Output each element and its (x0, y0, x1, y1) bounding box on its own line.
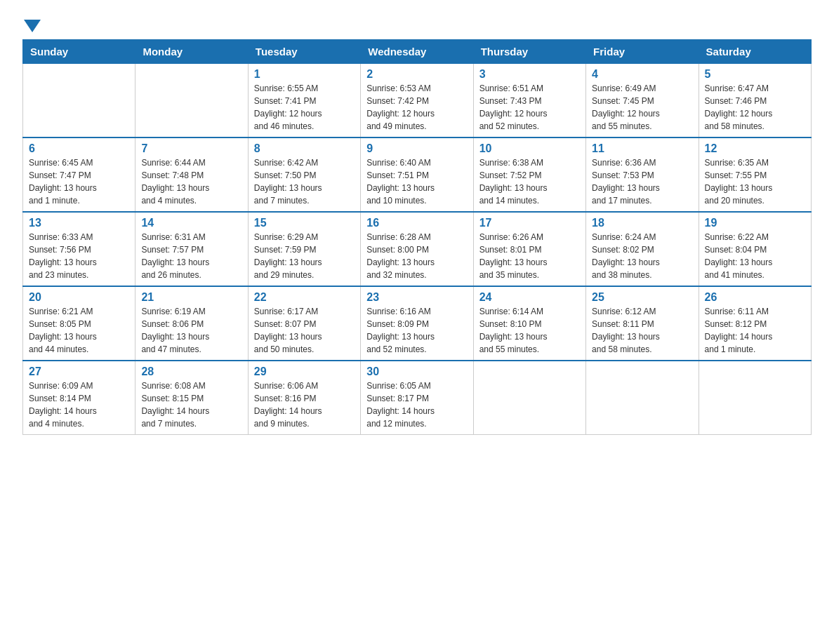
day-info: Sunrise: 6:24 AM Sunset: 8:02 PM Dayligh… (592, 231, 692, 281)
calendar-week-row: 20Sunrise: 6:21 AM Sunset: 8:05 PM Dayli… (23, 286, 812, 361)
day-info: Sunrise: 6:28 AM Sunset: 8:00 PM Dayligh… (366, 231, 467, 281)
day-number: 11 (592, 142, 692, 155)
calendar-cell (135, 64, 248, 138)
calendar-week-row: 27Sunrise: 6:09 AM Sunset: 8:14 PM Dayli… (23, 361, 812, 435)
day-number: 24 (479, 291, 580, 304)
weekday-header-sunday: Sunday (23, 40, 135, 64)
day-number: 4 (592, 68, 692, 81)
calendar-cell: 27Sunrise: 6:09 AM Sunset: 8:14 PM Dayli… (23, 361, 135, 435)
day-number: 17 (479, 217, 580, 229)
calendar-cell: 17Sunrise: 6:26 AM Sunset: 8:01 PM Dayli… (473, 212, 585, 286)
day-number: 1 (254, 68, 355, 81)
calendar-cell: 4Sunrise: 6:49 AM Sunset: 7:45 PM Daylig… (586, 64, 699, 138)
calendar-cell (23, 64, 135, 138)
calendar-cell: 9Sunrise: 6:40 AM Sunset: 7:51 PM Daylig… (361, 137, 473, 212)
calendar-cell: 20Sunrise: 6:21 AM Sunset: 8:05 PM Dayli… (23, 286, 135, 361)
calendar-week-row: 6Sunrise: 6:45 AM Sunset: 7:47 PM Daylig… (23, 137, 812, 212)
day-number: 18 (592, 217, 692, 229)
weekday-header-saturday: Saturday (699, 40, 811, 64)
calendar-week-row: 13Sunrise: 6:33 AM Sunset: 7:56 PM Dayli… (23, 212, 812, 286)
day-info: Sunrise: 6:29 AM Sunset: 7:59 PM Dayligh… (254, 231, 355, 281)
day-info: Sunrise: 6:08 AM Sunset: 8:15 PM Dayligh… (141, 380, 241, 430)
day-info: Sunrise: 6:11 AM Sunset: 8:12 PM Dayligh… (705, 305, 805, 356)
day-number: 3 (479, 68, 580, 81)
day-number: 27 (29, 365, 129, 378)
weekday-header-wednesday: Wednesday (361, 40, 473, 64)
day-number: 23 (366, 291, 467, 304)
day-number: 22 (254, 291, 355, 304)
calendar-cell: 3Sunrise: 6:51 AM Sunset: 7:43 PM Daylig… (473, 64, 585, 138)
day-info: Sunrise: 6:49 AM Sunset: 7:45 PM Dayligh… (592, 82, 692, 133)
page-header (22, 17, 812, 32)
calendar-cell: 16Sunrise: 6:28 AM Sunset: 8:00 PM Dayli… (361, 212, 473, 286)
day-number: 5 (705, 68, 805, 81)
day-info: Sunrise: 6:35 AM Sunset: 7:55 PM Dayligh… (705, 156, 805, 207)
day-info: Sunrise: 6:53 AM Sunset: 7:42 PM Dayligh… (366, 82, 467, 133)
weekday-header-tuesday: Tuesday (248, 40, 360, 64)
weekday-header-row: SundayMondayTuesdayWednesdayThursdayFrid… (23, 40, 812, 64)
calendar-cell: 19Sunrise: 6:22 AM Sunset: 8:04 PM Dayli… (699, 212, 811, 286)
day-info: Sunrise: 6:36 AM Sunset: 7:53 PM Dayligh… (592, 156, 692, 207)
day-info: Sunrise: 6:19 AM Sunset: 8:06 PM Dayligh… (141, 305, 241, 356)
calendar-cell: 15Sunrise: 6:29 AM Sunset: 7:59 PM Dayli… (248, 212, 360, 286)
calendar-cell (699, 361, 811, 435)
day-info: Sunrise: 6:40 AM Sunset: 7:51 PM Dayligh… (366, 156, 467, 207)
day-number: 25 (592, 291, 692, 304)
calendar-cell: 25Sunrise: 6:12 AM Sunset: 8:11 PM Dayli… (586, 286, 699, 361)
calendar-cell: 21Sunrise: 6:19 AM Sunset: 8:06 PM Dayli… (135, 286, 248, 361)
calendar-cell: 13Sunrise: 6:33 AM Sunset: 7:56 PM Dayli… (23, 212, 135, 286)
day-number: 19 (705, 217, 805, 229)
day-info: Sunrise: 6:14 AM Sunset: 8:10 PM Dayligh… (479, 305, 580, 356)
day-info: Sunrise: 6:42 AM Sunset: 7:50 PM Dayligh… (254, 156, 355, 207)
day-info: Sunrise: 6:22 AM Sunset: 8:04 PM Dayligh… (705, 231, 805, 281)
day-info: Sunrise: 6:51 AM Sunset: 7:43 PM Dayligh… (479, 82, 580, 133)
day-number: 6 (29, 142, 129, 155)
day-info: Sunrise: 6:05 AM Sunset: 8:17 PM Dayligh… (366, 380, 467, 430)
calendar-cell (473, 361, 585, 435)
day-info: Sunrise: 6:31 AM Sunset: 7:57 PM Dayligh… (141, 231, 241, 281)
weekday-header-thursday: Thursday (473, 40, 585, 64)
day-info: Sunrise: 6:26 AM Sunset: 8:01 PM Dayligh… (479, 231, 580, 281)
weekday-header-friday: Friday (586, 40, 699, 64)
day-number: 21 (141, 291, 241, 304)
day-info: Sunrise: 6:45 AM Sunset: 7:47 PM Dayligh… (29, 156, 129, 207)
calendar-cell: 7Sunrise: 6:44 AM Sunset: 7:48 PM Daylig… (135, 137, 248, 212)
calendar-week-row: 1Sunrise: 6:55 AM Sunset: 7:41 PM Daylig… (23, 64, 812, 138)
calendar-cell: 1Sunrise: 6:55 AM Sunset: 7:41 PM Daylig… (248, 64, 360, 138)
calendar-cell: 8Sunrise: 6:42 AM Sunset: 7:50 PM Daylig… (248, 137, 360, 212)
day-info: Sunrise: 6:38 AM Sunset: 7:52 PM Dayligh… (479, 156, 580, 207)
day-number: 15 (254, 217, 355, 229)
day-number: 2 (366, 68, 467, 81)
calendar-cell: 12Sunrise: 6:35 AM Sunset: 7:55 PM Dayli… (699, 137, 811, 212)
logo (22, 17, 41, 32)
day-info: Sunrise: 6:06 AM Sunset: 8:16 PM Dayligh… (254, 380, 355, 430)
calendar-cell (586, 361, 699, 435)
day-number: 14 (141, 217, 241, 229)
weekday-header-monday: Monday (135, 40, 248, 64)
day-info: Sunrise: 6:33 AM Sunset: 7:56 PM Dayligh… (29, 231, 129, 281)
calendar-cell: 29Sunrise: 6:06 AM Sunset: 8:16 PM Dayli… (248, 361, 360, 435)
day-info: Sunrise: 6:17 AM Sunset: 8:07 PM Dayligh… (254, 305, 355, 356)
calendar-cell: 2Sunrise: 6:53 AM Sunset: 7:42 PM Daylig… (361, 64, 473, 138)
calendar-cell: 18Sunrise: 6:24 AM Sunset: 8:02 PM Dayli… (586, 212, 699, 286)
calendar-table: SundayMondayTuesdayWednesdayThursdayFrid… (22, 39, 812, 435)
day-info: Sunrise: 6:55 AM Sunset: 7:41 PM Dayligh… (254, 82, 355, 133)
day-info: Sunrise: 6:47 AM Sunset: 7:46 PM Dayligh… (705, 82, 805, 133)
calendar-cell: 23Sunrise: 6:16 AM Sunset: 8:09 PM Dayli… (361, 286, 473, 361)
day-info: Sunrise: 6:44 AM Sunset: 7:48 PM Dayligh… (141, 156, 241, 207)
day-number: 8 (254, 142, 355, 155)
day-number: 29 (254, 365, 355, 378)
day-number: 30 (366, 365, 467, 378)
day-number: 16 (366, 217, 467, 229)
day-info: Sunrise: 6:21 AM Sunset: 8:05 PM Dayligh… (29, 305, 129, 356)
day-number: 7 (141, 142, 241, 155)
day-number: 9 (366, 142, 467, 155)
calendar-cell: 28Sunrise: 6:08 AM Sunset: 8:15 PM Dayli… (135, 361, 248, 435)
calendar-cell: 14Sunrise: 6:31 AM Sunset: 7:57 PM Dayli… (135, 212, 248, 286)
day-number: 28 (141, 365, 241, 378)
calendar-cell: 30Sunrise: 6:05 AM Sunset: 8:17 PM Dayli… (361, 361, 473, 435)
day-info: Sunrise: 6:12 AM Sunset: 8:11 PM Dayligh… (592, 305, 692, 356)
calendar-cell: 5Sunrise: 6:47 AM Sunset: 7:46 PM Daylig… (699, 64, 811, 138)
calendar-cell: 11Sunrise: 6:36 AM Sunset: 7:53 PM Dayli… (586, 137, 699, 212)
day-info: Sunrise: 6:16 AM Sunset: 8:09 PM Dayligh… (366, 305, 467, 356)
